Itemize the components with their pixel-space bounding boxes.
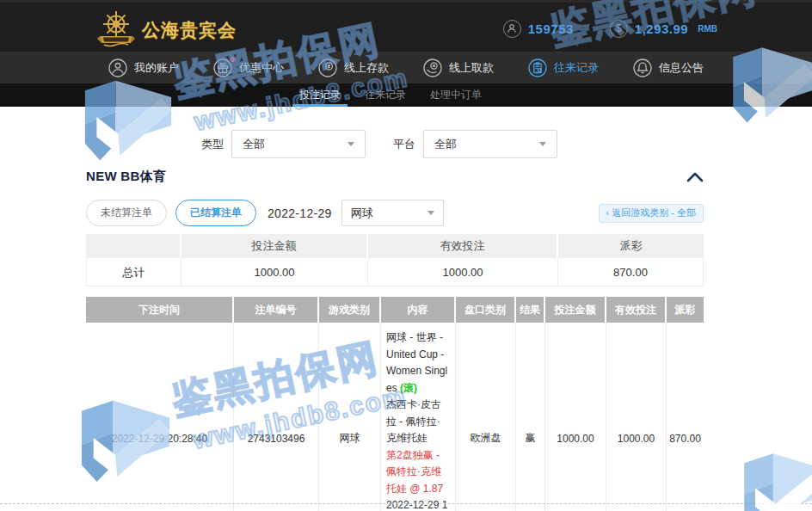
nav-item-deposit[interactable]: 线上存款	[318, 58, 389, 77]
button-label: 未结算注单	[101, 206, 152, 220]
col-header-valid-bet: 有效投注	[606, 297, 667, 323]
summary-total-row: 总计 1000.00 1000.00 870.00	[86, 258, 704, 286]
summary-header-empty	[86, 234, 181, 258]
currency-label: RMB	[698, 24, 717, 34]
unsettled-bets-button[interactable]: 未结算注单	[86, 200, 167, 226]
account-icon	[108, 58, 127, 77]
filter-row: 类型 全部 平台 全部	[201, 130, 557, 158]
user-id-chip[interactable]: 159753	[503, 20, 574, 38]
nav-label: 往来记录	[554, 60, 599, 76]
date-value: 2022-12-29	[268, 206, 332, 220]
col-header-payout: 派彩	[667, 297, 704, 323]
summary-payout: 870.00	[558, 258, 704, 286]
cell-payout: 870.00	[667, 323, 704, 511]
summary-header-valid-bet: 有效投注	[368, 234, 558, 258]
cell-market-type: 欧洲盘	[456, 323, 516, 511]
chevron-down-icon	[428, 211, 434, 215]
bet-selection: 第2盘独赢 - 佩特拉·克维托娃 @ 1.87	[386, 447, 450, 498]
nav-label: 信息公告	[659, 60, 704, 76]
tab-bet-records[interactable]: 投注记录	[298, 83, 342, 107]
summary-valid-bet: 1000.00	[368, 258, 558, 286]
platform-select[interactable]: 全部	[423, 130, 557, 158]
records-icon	[528, 58, 547, 77]
page: 公海贵宾会 159753 $ 1,293.99 RMB	[0, 0, 812, 511]
header-account-area: 159753 $ 1,293.99 RMB	[503, 3, 717, 54]
col-header-game-type: 游戏类别	[319, 297, 381, 323]
col-header-bet-amount: 投注金额	[545, 297, 606, 323]
platform-filter-label: 平台	[393, 137, 415, 152]
user-id: 159753	[528, 22, 574, 36]
balance-chip[interactable]: $ 1,293.99 RMB	[610, 20, 717, 38]
withdraw-icon	[423, 58, 442, 77]
nav-item-records[interactable]: 往来记录	[528, 58, 599, 77]
balance-amount: 1,293.99	[635, 22, 688, 36]
dollar-icon: $	[610, 20, 628, 38]
cell-bet-amount: 1000.00	[545, 323, 606, 511]
section-title: NEW BB体育	[86, 169, 166, 185]
col-header-time: 下注时间	[86, 297, 234, 323]
summary-header-row: 投注金额 有效投注 派彩	[86, 234, 704, 258]
nav-item-my-account[interactable]: 我的账户	[108, 58, 179, 77]
nav-label: 优惠中心	[239, 60, 284, 76]
logo-text: 公海贵宾会	[142, 18, 237, 42]
sport-select-value: 网球	[351, 206, 428, 221]
back-to-categories-button[interactable]: ‹ 返回游戏类别 - 全部	[599, 204, 704, 223]
type-select-value: 全部	[243, 137, 348, 152]
tab-pending-orders[interactable]: 处理中订单	[428, 83, 483, 107]
controls-row: 未结算注单 已结算注单 2022-12-29 网球 ‹ 返回游戏类别 - 全部	[86, 200, 704, 226]
user-icon	[503, 20, 521, 38]
nav-item-withdraw[interactable]: 线上取款	[423, 58, 494, 77]
platform-select-value: 全部	[434, 137, 539, 152]
col-header-order-no: 注单编号	[234, 297, 319, 323]
main-nav: 我的账户 优惠中心 线上存款	[0, 52, 812, 83]
nav-item-promotions[interactable]: 优惠中心	[213, 58, 284, 77]
subtab-label: 往来记录	[365, 88, 406, 102]
cell-result: 赢	[516, 323, 545, 511]
chevron-down-icon	[348, 142, 354, 146]
subtab-label: 投注记录	[299, 88, 341, 102]
col-header-content: 内容	[381, 297, 456, 323]
table-header-row: 下注时间 注单编号 游戏类别 内容 盘口类别 结果 投注金额 有效投注 派彩	[86, 297, 704, 323]
chevron-down-icon	[539, 142, 546, 146]
summary-header-payout: 派彩	[558, 234, 704, 258]
col-header-result: 结果	[516, 297, 545, 323]
notification-dot	[231, 57, 236, 62]
summary-header-bet-amount: 投注金额	[181, 234, 368, 258]
button-label: 已结算注单	[190, 206, 242, 220]
button-label: ‹ 返回游戏类别 - 全部	[606, 206, 697, 219]
chevron-up-icon[interactable]	[686, 171, 704, 182]
col-header-market: 盘口类别	[456, 297, 516, 323]
gift-icon	[213, 58, 232, 77]
table-row: 2022-12-29 20:28:40 2743103496 网球 网球 - 世…	[86, 323, 704, 511]
cell-bet-time: 2022-12-29 20:28:40	[86, 323, 234, 511]
site-logo[interactable]: 公海贵宾会	[96, 9, 237, 51]
nav-label: 线上存款	[344, 60, 389, 76]
section-header: NEW BB体育	[86, 169, 704, 185]
sport-select[interactable]: 网球	[341, 200, 444, 226]
match-time: 2022-12-29 19:00	[386, 497, 450, 511]
summary-total-label: 总计	[86, 258, 181, 286]
cell-content: 网球 - 世界 - United Cup - Women Singles (滚)…	[381, 323, 456, 511]
match-players: 杰西卡·皮古拉 - 佩特拉·克维托娃	[386, 397, 450, 447]
bell-icon	[633, 58, 652, 77]
ship-wheel-icon	[96, 9, 136, 51]
bet-detail-table: 下注时间 注单编号 游戏类别 内容 盘口类别 结果 投注金额 有效投注 派彩 2…	[86, 297, 704, 511]
live-tag: (滚)	[400, 382, 417, 394]
cell-valid-bet: 1000.00	[606, 323, 667, 511]
summary-bet-amount: 1000.00	[181, 258, 368, 286]
cell-order-no: 2743103496	[234, 323, 319, 511]
subtab-label: 处理中订单	[430, 88, 482, 102]
type-select[interactable]: 全部	[231, 130, 366, 158]
settled-bets-button[interactable]: 已结算注单	[175, 200, 256, 226]
shield-check-icon	[735, 447, 812, 511]
type-filter-label: 类型	[201, 137, 224, 152]
tab-transaction-records[interactable]: 往来记录	[363, 83, 408, 107]
cell-game-type: 网球	[319, 323, 381, 511]
nav-item-announcements[interactable]: 信息公告	[633, 58, 704, 77]
sub-nav: 投注记录 往来记录 处理中订单	[0, 83, 812, 107]
bottom-dashed-divider	[0, 503, 812, 504]
nav-label: 线上取款	[449, 60, 494, 76]
deposit-icon	[318, 58, 337, 77]
nav-label: 我的账户	[134, 60, 179, 76]
summary-table: 投注金额 有效投注 派彩 总计 1000.00 1000.00 870.00	[86, 234, 704, 286]
